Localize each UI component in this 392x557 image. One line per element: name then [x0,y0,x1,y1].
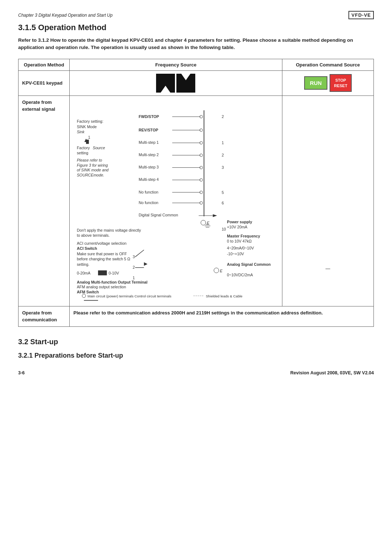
header-cmd: Operation Command Source [282,59,373,70]
svg-text:ACI Switch: ACI Switch [77,246,97,251]
svg-text:to above terminals.: to above terminals. [77,233,110,237]
comm-label: Operate from communication [22,309,66,324]
svg-text:Multi-step 2: Multi-step 2 [139,153,159,157]
svg-text:SINK Mode: SINK Mode [77,124,97,129]
svg-text:0-20mA: 0-20mA [77,271,91,275]
svg-text:2: 2 [133,265,135,269]
svg-text:5: 5 [222,190,224,194]
svg-text:+10V 20mA: +10V 20mA [227,224,248,229]
up-arrow-button[interactable] [156,74,175,93]
svg-rect-69 [98,270,107,275]
svg-text:Analog Signal Common: Analog Signal Common [227,262,271,267]
up-arrow-icon [160,80,171,86]
stop-reset-button[interactable]: STOPRESET [330,74,352,92]
svg-text:Figure 3 for wiring: Figure 3 for wiring [77,163,108,167]
down-arrow-icon [181,80,191,86]
intro-text: Refer to 3.1.2 How to operate the digita… [18,37,374,52]
svg-text:Multi-step 4: Multi-step 4 [139,177,159,182]
svg-text:AFM analog output selection: AFM analog output selection [77,285,126,289]
ext-label: Operate from external signal [22,99,66,113]
svg-text:1: 1 [88,135,90,139]
svg-line-63 [135,250,144,257]
svg-rect-5 [86,139,89,144]
revision-text: Revision August 2008, 03VE, SW V2.04 [290,370,374,375]
kpv-label: KPV-CE01 keypad [22,80,62,86]
svg-text:2: 2 [222,114,224,119]
ext-method-cell: Operate from external signal [19,95,70,306]
svg-text:Sink: Sink [77,130,85,134]
svg-text:AFM Switch: AFM Switch [77,289,99,294]
svg-text:Main circuit (power) terminals: Main circuit (power) terminals Control c… [87,294,171,298]
ext-freq-cell: Factory setting: SINK Mode Sink ▲ 1 Fact… [70,95,282,306]
svg-text:FWD/STOP: FWD/STOP [139,114,159,119]
down-arrow-button[interactable] [176,74,195,93]
svg-text:Power supply: Power supply [227,220,253,224]
svg-marker-65 [144,262,148,266]
svg-text:Factory setting:: Factory setting: [77,119,103,123]
svg-point-77 [214,268,219,273]
svg-text:of SINK mode and: of SINK mode and [77,168,109,172]
comm-description: Please refer to the communication addres… [73,309,370,317]
svg-text:Don't apply the mains voltage : Don't apply the mains voltage directly [77,228,141,232]
comm-method-cell: Operate from communication [19,306,70,326]
vfd-logo: VFD-VE [348,11,374,19]
section21-title: 3.2.1 Preparations before Start-up [18,352,374,359]
svg-text:Factory: Factory [77,145,90,150]
wiring-diagram: Factory setting: SINK Mode Sink ▲ 1 Fact… [73,99,278,302]
svg-point-82 [82,294,86,297]
svg-text:setting.: setting. [77,262,89,267]
section2: 3.2 Start-up 3.2.1 Preparations before S… [18,338,374,359]
svg-text:No function: No function [139,200,158,204]
svg-text:REV/STOP: REV/STOP [139,128,158,132]
svg-text:6: 6 [222,200,224,205]
svg-text:SOURCEmode.: SOURCEmode. [77,172,104,177]
svg-text:Source: Source [93,145,105,150]
svg-text:3: 3 [133,254,135,259]
kpv-freq-cell [70,70,282,95]
svg-text:10: 10 [222,227,226,231]
svg-text:Analog Multi-function Output T: Analog Multi-function Output Terminal [77,280,148,284]
svg-marker-39 [213,214,217,217]
operation-table: Operation Method Frequency Source Operat… [18,59,374,327]
svg-text:Shielded leads & Cable: Shielded leads & Cable [206,294,242,298]
svg-text:ACI current/voltage selection: ACI current/voltage selection [77,241,127,245]
svg-text:Master Frequency: Master Frequency [227,234,261,238]
header-method: Operation Method [19,59,70,70]
svg-text:0 to 10V 47kΩ: 0 to 10V 47kΩ [227,239,252,243]
svg-text:2: 2 [222,153,224,157]
svg-text:Make sure that power is OFF: Make sure that power is OFF [77,251,127,256]
svg-text:E: E [220,268,223,273]
svg-text:before changing the switch 5  : before changing the switch 5 Ω [77,257,130,261]
chapter-header: Chapter 3 Digital Keypad Operation and S… [18,13,113,18]
svg-text:0~10VDC/2mA: 0~10VDC/2mA [227,273,253,277]
header-freq: Frequency Source [70,59,282,70]
comm-text-cell: Please refer to the communication addres… [70,306,374,326]
svg-text:1: 1 [222,141,224,145]
page-number: 3-6 [18,370,25,375]
svg-text:4~20mA/0~10V: 4~20mA/0~10V [227,246,254,250]
section2-title: 3.2 Start-up [18,338,374,346]
svg-text:-10~+10V: -10~+10V [227,251,245,256]
svg-text:0-10V: 0-10V [109,271,119,275]
ext-cmd-cell: — [282,95,373,306]
svg-text:Multi-step 3: Multi-step 3 [139,165,159,169]
svg-text:setting: setting [77,150,89,155]
run-button[interactable]: RUN [304,76,328,90]
svg-text:No function: No function [139,190,158,194]
svg-point-47 [201,220,206,225]
svg-text:Please refer to: Please refer to [77,158,102,162]
svg-text:Multi-step 1: Multi-step 1 [139,140,159,145]
svg-text:1: 1 [133,275,135,280]
svg-text:Digital Signal Common: Digital Signal Common [139,212,178,217]
kpv-cmd-cell: RUN STOPRESET [282,70,373,95]
svg-text:3: 3 [222,165,224,170]
kpv-method-cell: KPV-CE01 keypad [19,70,70,95]
section-title: 3.1.5 Operation Method [18,23,374,32]
